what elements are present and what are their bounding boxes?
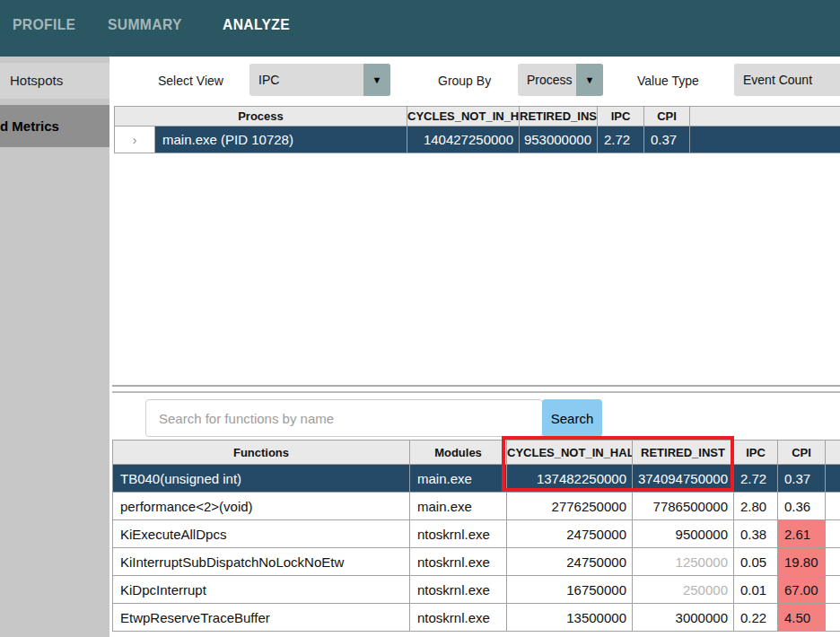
group-by-label: Group By (438, 74, 491, 88)
col-header-cpi[interactable]: CPI (778, 441, 826, 465)
cycles-cell: 2776250000 (507, 493, 633, 520)
group-by-value: Process (527, 64, 573, 96)
select-view-value: IPC (258, 64, 279, 96)
function-row[interactable]: KiExecuteAllDpcs ntoskrnl.exe 24750000 9… (113, 520, 840, 548)
col-header-functions[interactable]: Functions (113, 441, 410, 465)
cpi-cell-hot: 19.80 (778, 548, 826, 576)
function-name-cell: KiInterruptSubDispatchNoLockNoEtw (113, 548, 410, 576)
sidebar-item-metrics[interactable]: d Metrics (0, 105, 109, 147)
module-cell: ntoskrnl.exe (410, 520, 507, 548)
ipc-cell: 2.72 (598, 127, 644, 153)
function-name-cell: KiDpcInterrupt (113, 576, 410, 604)
cycles-cell: 13500000 (507, 604, 633, 632)
expand-chevron-icon[interactable]: › (115, 127, 155, 153)
cycles-cell: 24750000 (507, 520, 633, 548)
spacer-cell (826, 520, 840, 548)
cycles-cell: 137482250000 (507, 465, 633, 493)
search-button[interactable]: Search (542, 399, 602, 437)
col-header-retired[interactable]: RETIRED_INST (633, 441, 734, 465)
process-table-header: Process CYCLES_NOT_IN_HALT ▼ RETIRED_INS… (115, 107, 840, 127)
ipc-cell: 0.22 (734, 604, 778, 632)
cpi-cell-hot: 2.61 (778, 520, 826, 548)
pane-splitter[interactable] (112, 385, 840, 393)
sidebar-item-hotspots[interactable]: Hotspots (0, 63, 109, 99)
app-window: PROFILE SUMMARY ANALYZE Hotspots d Metri… (0, 0, 840, 637)
select-view-label: Select View (158, 74, 223, 88)
value-type-label: Value Type (637, 74, 699, 88)
function-row[interactable]: EtwpReserveTraceBuffer ntoskrnl.exe 1350… (113, 604, 840, 632)
spacer-cell (826, 493, 840, 520)
col-header-spacer (826, 441, 840, 465)
col-header-cycles-sorted[interactable]: CYCLES_NOT_IN_HALT ▼ (507, 441, 633, 465)
chevron-down-icon[interactable]: ▼ (576, 64, 603, 96)
col-header-cpi[interactable]: CPI (644, 107, 690, 127)
ipc-cell: 0.01 (734, 576, 778, 604)
retired-cell: 374094750000 (633, 465, 734, 493)
spacer-cell (826, 576, 840, 604)
col-header-process[interactable]: Process (115, 107, 407, 127)
col-header-ipc[interactable]: IPC (598, 107, 644, 127)
spacer-cell (690, 127, 840, 153)
ipc-cell: 0.38 (734, 520, 778, 548)
function-row[interactable]: KiInterruptSubDispatchNoLockNoEtw ntoskr… (113, 548, 840, 576)
retired-cell-dim: 250000 (633, 576, 734, 604)
ipc-cell: 2.80 (734, 493, 778, 520)
spacer-cell (826, 604, 840, 632)
col-header-modules[interactable]: Modules (410, 441, 507, 465)
search-input[interactable] (145, 399, 543, 437)
spacer-cell (826, 548, 840, 576)
function-row[interactable]: KiDpcInterrupt ntoskrnl.exe 16750000 250… (113, 576, 840, 604)
col-header-spacer (690, 107, 840, 127)
value-type-dropdown[interactable]: Event Count ▼ (734, 64, 840, 96)
chevron-down-icon[interactable]: ▼ (363, 64, 390, 96)
cycles-cell: 24750000 (507, 548, 633, 576)
module-cell: ntoskrnl.exe (410, 548, 507, 576)
module-cell: main.exe (410, 493, 507, 520)
col-header-cycles-sorted[interactable]: CYCLES_NOT_IN_HALT ▼ (407, 107, 520, 127)
process-name-cell: main.exe (PID 10728) (155, 127, 407, 153)
retired-cell: 953000000 (520, 127, 598, 153)
tab-summary[interactable]: SUMMARY (108, 16, 182, 34)
retired-cell: 7786500000 (633, 493, 734, 520)
spacer-cell (826, 465, 840, 493)
cpi-cell: 0.37 (778, 465, 826, 493)
function-name-cell: EtwpReserveTraceBuffer (113, 604, 410, 632)
module-cell: ntoskrnl.exe (410, 604, 507, 632)
module-cell: ntoskrnl.exe (410, 576, 507, 604)
module-cell: main.exe (410, 465, 507, 493)
cycles-cell: 16750000 (507, 576, 633, 604)
function-name-cell: performance<2>(void) (113, 493, 410, 520)
retired-cell: 9500000 (633, 520, 734, 548)
tab-profile[interactable]: PROFILE (13, 16, 75, 34)
tab-analyze[interactable]: ANALYZE (223, 16, 290, 34)
group-by-dropdown[interactable]: Process ▼ (518, 64, 603, 96)
cpi-cell: 0.37 (644, 127, 690, 153)
functions-table: Functions Modules CYCLES_NOT_IN_HALT ▼ R… (112, 440, 840, 632)
select-view-dropdown[interactable]: IPC ▼ (249, 64, 390, 96)
ipc-cell: 2.72 (734, 465, 778, 493)
retired-cell: 3000000 (633, 604, 734, 632)
col-header-retired[interactable]: RETIRED_INST (520, 107, 598, 127)
function-row-selected[interactable]: TB040(unsigned int) main.exe 13748225000… (113, 465, 840, 493)
sidebar: Hotspots d Metrics (0, 57, 109, 637)
function-row[interactable]: performance<2>(void) main.exe 2776250000… (113, 493, 840, 520)
function-name-cell: TB040(unsigned int) (113, 465, 410, 493)
ipc-cell: 0.05 (734, 548, 778, 576)
retired-cell-dim: 1250000 (633, 548, 734, 576)
functions-table-header: Functions Modules CYCLES_NOT_IN_HALT ▼ R… (113, 441, 840, 465)
top-nav: PROFILE SUMMARY ANALYZE (0, 0, 840, 57)
value-type-value: Event Count (743, 64, 812, 96)
process-row-selected[interactable]: › main.exe (PID 10728) 140427250000 9530… (115, 127, 840, 153)
process-table: Process CYCLES_NOT_IN_HALT ▼ RETIRED_INS… (114, 106, 840, 153)
cpi-cell-hot: 67.00 (778, 576, 826, 604)
function-name-cell: KiExecuteAllDpcs (113, 520, 410, 548)
cpi-cell: 0.36 (778, 493, 826, 520)
col-header-ipc[interactable]: IPC (734, 441, 778, 465)
cpi-cell-hot: 4.50 (778, 604, 826, 632)
cycles-cell: 140427250000 (407, 127, 520, 153)
